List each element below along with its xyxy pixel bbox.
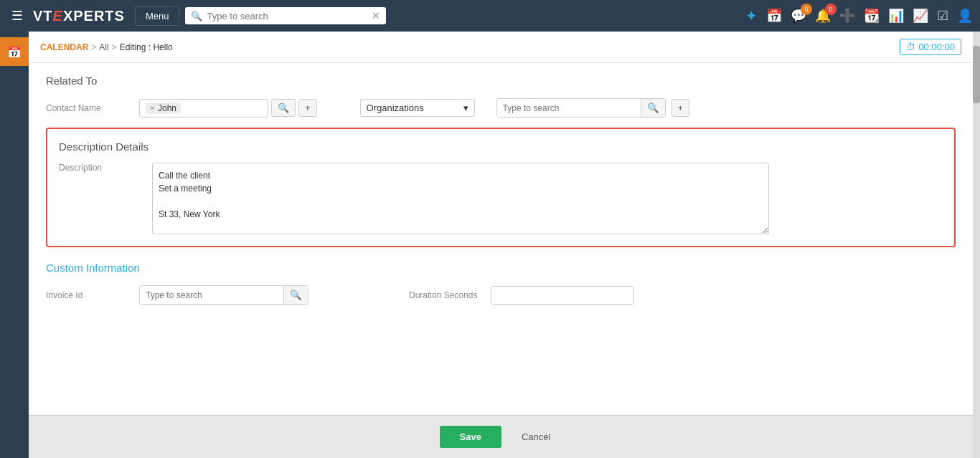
add-icon[interactable]: ➕ (839, 8, 855, 24)
invoice-search-wrap: 🔍 (139, 285, 308, 305)
scrollbar-thumb[interactable] (973, 46, 980, 103)
contact-label: Contact Name (46, 103, 125, 113)
chat-badge: 0 (801, 4, 812, 15)
duration-label: Duration Seconds (409, 290, 488, 300)
navbar-icons: ✦ 📅 💬 0 🔔 0 ➕ 📆 📊 📈 ☑ 👤 (745, 7, 973, 24)
contact-search-button[interactable]: 🔍 (271, 99, 296, 117)
vtiger-icon[interactable]: ✦ (745, 7, 758, 24)
org-select-value: Organizations (367, 102, 424, 113)
breadcrumb-sep-2: > (112, 42, 117, 52)
main-content: CALENDAR > All > Editing : Hello ⏱ 00:00… (29, 32, 973, 458)
duration-field: Duration Seconds (409, 286, 634, 305)
clear-search-icon[interactable]: ✕ (372, 10, 380, 22)
chat-icon[interactable]: 💬 0 (791, 8, 806, 24)
org-search-wrap: 🔍 (496, 98, 666, 118)
org-add-button[interactable]: + (672, 99, 690, 117)
contact-row: Contact Name × John 🔍 + Org (46, 98, 956, 118)
org-search-field: 🔍 + (496, 98, 690, 118)
description-details-section: Description Details Description (46, 128, 956, 247)
invoice-row: Invoice Id 🔍 Duration Seconds (46, 285, 956, 305)
calendar-icon[interactable]: 📆 (864, 8, 880, 24)
notif-badge: 0 (825, 4, 837, 15)
hamburger-icon[interactable]: ☰ (7, 5, 27, 27)
calendar-quick-icon[interactable]: 📅 (766, 8, 782, 24)
org-search-button[interactable]: 🔍 (641, 99, 665, 117)
org-select[interactable]: Organizations ▾ (360, 99, 475, 117)
layout: 📅 CALENDAR > All > Editing : Hello ⏱ 00:… (0, 32, 980, 458)
logo-x: E (53, 8, 63, 24)
org-field: Organizations ▾ (360, 99, 475, 117)
contact-input[interactable]: × John (139, 99, 268, 118)
sidebar: 📅 (0, 32, 29, 458)
breadcrumb: CALENDAR > All > Editing : Hello (40, 42, 173, 52)
breadcrumb-current: Editing : Hello (120, 42, 173, 52)
timer-icon: ⏱ (906, 42, 915, 52)
org-search-input[interactable] (497, 100, 641, 117)
search-input[interactable] (207, 11, 367, 22)
invoice-label: Invoice Id (46, 290, 125, 300)
duration-input[interactable] (491, 286, 634, 305)
invoice-search-input[interactable] (140, 287, 283, 304)
footer: Save Cancel (29, 415, 973, 458)
description-label: Description (59, 163, 138, 173)
contact-tag-remove[interactable]: × (150, 103, 155, 113)
contact-add-button[interactable]: + (298, 99, 317, 117)
save-button[interactable]: Save (440, 426, 501, 448)
sidebar-item-calendar[interactable]: 📅 (0, 37, 29, 66)
breadcrumb-calendar[interactable]: CALENDAR (40, 42, 88, 52)
navbar: ☰ VTEXPERTS Menu 🔍 ✕ ✦ 📅 💬 0 🔔 0 ➕ 📆 📊 📈… (0, 0, 980, 32)
invoice-field: 🔍 (139, 285, 308, 305)
notifications-icon[interactable]: 🔔 0 (815, 8, 831, 24)
org-select-chevron: ▾ (463, 102, 468, 113)
contact-tag: × John (146, 102, 181, 114)
timer: ⏱ 00:00:00 (900, 39, 961, 55)
tasks-icon[interactable]: ☑ (937, 8, 948, 24)
content-area: Related To Contact Name × John 🔍 + (29, 63, 973, 415)
custom-information-title: Custom Information (46, 262, 956, 274)
area-chart-icon[interactable]: 📈 (913, 8, 928, 24)
breadcrumb-all[interactable]: All (99, 42, 108, 52)
user-icon[interactable]: 👤 (957, 8, 973, 24)
search-icon: 🔍 (191, 11, 202, 22)
invoice-search-button[interactable]: 🔍 (283, 286, 308, 304)
breadcrumb-bar: CALENDAR > All > Editing : Hello ⏱ 00:00… (29, 32, 973, 63)
related-to-title: Related To (46, 75, 956, 87)
description-textarea[interactable] (152, 163, 769, 234)
global-search: 🔍 ✕ (185, 7, 386, 24)
related-to-section: Related To Contact Name × John 🔍 + (46, 75, 956, 118)
contact-tag-value: John (158, 103, 176, 113)
description-details-title: Description Details (59, 140, 943, 153)
menu-button[interactable]: Menu (135, 6, 180, 26)
contact-field: × John 🔍 + (139, 99, 317, 118)
custom-information-section: Custom Information Invoice Id 🔍 Duration… (46, 262, 956, 305)
timer-value: 00:00:00 (918, 42, 955, 52)
scrollbar[interactable] (973, 32, 980, 458)
bar-chart-icon[interactable]: 📊 (888, 8, 904, 24)
description-row: Description (59, 163, 943, 234)
cancel-button[interactable]: Cancel (510, 426, 562, 448)
app-logo: VTEXPERTS (33, 8, 125, 24)
breadcrumb-sep-1: > (91, 42, 96, 52)
